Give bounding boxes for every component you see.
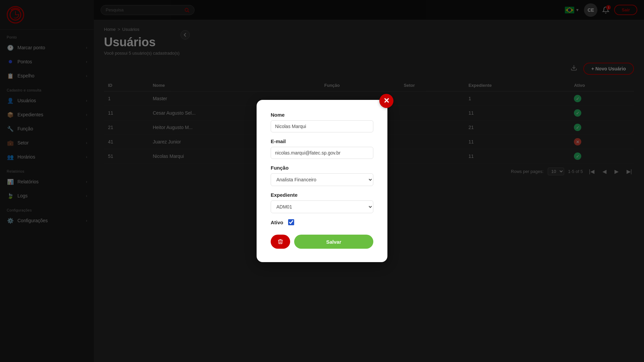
name-input[interactable] xyxy=(271,120,373,132)
name-field-label: Nome xyxy=(271,112,373,118)
email-field-label: E-mail xyxy=(271,138,373,144)
ativo-label: Ativo xyxy=(271,220,283,225)
delete-button[interactable] xyxy=(271,235,290,249)
expediente-select[interactable]: ADM01ADM02TEC01TEC02 xyxy=(271,200,373,213)
edit-user-modal: ✕ Nome E-mail Função Analista Financeiro… xyxy=(257,100,387,262)
modal-close-button[interactable]: ✕ xyxy=(379,94,393,108)
ativo-row: Ativo xyxy=(271,219,373,225)
save-button[interactable]: Salvar xyxy=(294,235,373,249)
email-input[interactable] xyxy=(271,147,373,159)
modal-overlay[interactable]: ✕ Nome E-mail Função Analista Financeiro… xyxy=(0,0,644,362)
funcao-select[interactable]: Analista FinanceiroDesenvolvedorGerenteD… xyxy=(271,173,373,186)
ativo-checkbox[interactable] xyxy=(288,219,294,225)
funcao-field-label: Função xyxy=(271,165,373,171)
expediente-field-label: Expediente xyxy=(271,192,373,198)
modal-actions: Salvar xyxy=(271,235,373,249)
